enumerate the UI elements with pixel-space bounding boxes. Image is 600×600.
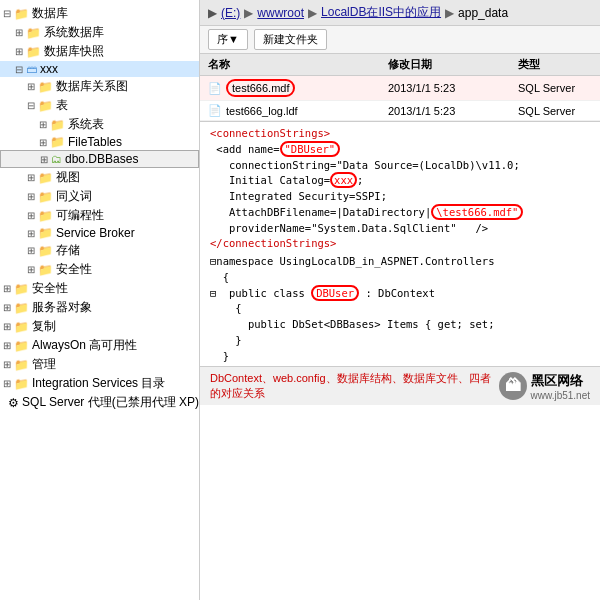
tree-item-6[interactable]: ⊞📁系统表	[0, 115, 199, 134]
tree-item-0[interactable]: ⊟📁数据库	[0, 4, 199, 23]
expand-icon-14[interactable]: ⊞	[26, 264, 36, 275]
expand-icon-1[interactable]: ⊞	[14, 27, 24, 38]
ns-line-1: ⊟namespace UsingLocalDB_in_ASPNET.Contro…	[210, 254, 590, 270]
file-date-1: 2013/1/1 5:23	[388, 82, 518, 94]
expand-icon-12[interactable]: ⊞	[26, 228, 36, 239]
tree-label-2: 数据库快照	[44, 43, 104, 60]
breadcrumb-bar: ▶ (E:) ▶ wwwroot ▶ LocalDB在IIS中的应用 ▶ app…	[200, 0, 600, 26]
breadcrumb-sep-2: ▶	[308, 6, 317, 20]
tree-item-14[interactable]: ⊞📁安全性	[0, 260, 199, 279]
tree-item-2[interactable]: ⊞📁数据库快照	[0, 42, 199, 61]
item-icon-6: 📁	[50, 118, 65, 132]
code-line-4: Initial Catalog=xxx;	[210, 173, 590, 189]
tree-item-13[interactable]: ⊞📁存储	[0, 241, 199, 260]
item-icon-18: 📁	[14, 339, 29, 353]
file-list-header: 名称 修改日期 类型	[200, 54, 600, 76]
tree-item-9[interactable]: ⊞📁视图	[0, 168, 199, 187]
expand-icon-10[interactable]: ⊞	[26, 191, 36, 202]
tree-label-16: 服务器对象	[32, 299, 92, 316]
tree-item-3[interactable]: ⊟🗃xxx	[0, 61, 199, 77]
expand-icon-20[interactable]: ⊞	[2, 378, 12, 389]
tree-item-4[interactable]: ⊞📁数据库关系图	[0, 77, 199, 96]
expand-icon-16[interactable]: ⊞	[2, 302, 12, 313]
expand-icon-13[interactable]: ⊞	[26, 245, 36, 256]
logo-site: 黑区网络	[531, 372, 590, 390]
expand-icon-4[interactable]: ⊞	[26, 81, 36, 92]
tree-item-11[interactable]: ⊞📁可编程性	[0, 206, 199, 225]
logo-url: www.jb51.net	[531, 390, 590, 401]
item-icon-10: 📁	[38, 190, 53, 204]
tree-item-19[interactable]: ⊞📁管理	[0, 355, 199, 374]
tree-label-8: dbo.DBBases	[65, 152, 138, 166]
ns-line-3: ⊟ public class DBUser : DbContext	[210, 286, 590, 302]
tree-item-10[interactable]: ⊞📁同义词	[0, 187, 199, 206]
tree-item-20[interactable]: ⊞📁Integration Services 目录	[0, 374, 199, 393]
breadcrumb-part-2[interactable]: wwwroot	[257, 6, 304, 20]
tree-label-19: 管理	[32, 356, 56, 373]
expand-icon-3[interactable]: ⊟	[14, 64, 24, 75]
tree-item-7[interactable]: ⊞📁FileTables	[0, 134, 199, 150]
expand-icon-2[interactable]: ⊞	[14, 46, 24, 57]
code-line-6: AttachDBFilename=|DataDirectory|\test666…	[210, 205, 590, 221]
tree-item-1[interactable]: ⊞📁系统数据库	[0, 23, 199, 42]
expand-icon-7[interactable]: ⊞	[38, 137, 48, 148]
logo-icon: 🏔	[499, 372, 527, 400]
expand-icon-17[interactable]: ⊞	[2, 321, 12, 332]
file-row-2[interactable]: 📄 test666_log.ldf 2013/1/1 5:23 SQL Serv…	[200, 101, 600, 121]
breadcrumb-part-1[interactable]: (E:)	[221, 6, 240, 20]
code-line-8: </connectionStrings>	[210, 236, 590, 252]
tree-label-4: 数据库关系图	[56, 78, 128, 95]
breadcrumb-part: ▶	[208, 6, 217, 20]
breadcrumb-part-4: app_data	[458, 6, 508, 20]
tree-item-8[interactable]: ⊞🗂dbo.DBBases	[0, 150, 199, 168]
sort-button[interactable]: 序▼	[208, 29, 248, 50]
logo-text: 黑区网络 www.jb51.net	[531, 372, 590, 401]
file-type-2: SQL Server	[518, 105, 592, 117]
tree-label-3: xxx	[40, 62, 58, 76]
ns-line-7: }	[210, 349, 590, 365]
new-folder-button[interactable]: 新建文件夹	[254, 29, 327, 50]
file-list: 名称 修改日期 类型 📄 test666.mdf 2013/1/1 5:23 S…	[200, 54, 600, 121]
code-line-2: <add name="DBUser"	[210, 142, 590, 158]
item-icon-2: 📁	[26, 45, 41, 59]
tree-label-15: 安全性	[32, 280, 68, 297]
col-date: 修改日期	[388, 57, 518, 72]
right-panel: ▶ (E:) ▶ wwwroot ▶ LocalDB在IIS中的应用 ▶ app…	[200, 0, 600, 600]
file-name-2: 📄 test666_log.ldf	[208, 104, 388, 117]
tree-label-10: 同义词	[56, 188, 92, 205]
breadcrumb-part-3[interactable]: LocalDB在IIS中的应用	[321, 4, 441, 21]
expand-icon-5[interactable]: ⊟	[26, 100, 36, 111]
ns-line-2: {	[210, 270, 590, 286]
ns-line-4: {	[210, 301, 590, 317]
code-line-7: providerName="System.Data.SqlClient" />	[210, 221, 590, 237]
expand-icon-11[interactable]: ⊞	[26, 210, 36, 221]
item-icon-16: 📁	[14, 301, 29, 315]
tree-label-5: 表	[56, 97, 68, 114]
expand-icon-0[interactable]: ⊟	[2, 8, 12, 19]
tree-label-6: 系统表	[68, 116, 104, 133]
col-type: 类型	[518, 57, 592, 72]
file-row-1[interactable]: 📄 test666.mdf 2013/1/1 5:23 SQL Server	[200, 76, 600, 101]
tree-item-16[interactable]: ⊞📁服务器对象	[0, 298, 199, 317]
tree-item-18[interactable]: ⊞📁AlwaysOn 高可用性	[0, 336, 199, 355]
code-line-3: connectionString="Data Source=(LocalDb)\…	[210, 158, 590, 174]
expand-icon-19[interactable]: ⊞	[2, 359, 12, 370]
file-explorer: ▶ (E:) ▶ wwwroot ▶ LocalDB在IIS中的应用 ▶ app…	[200, 0, 600, 122]
tree-item-5[interactable]: ⊟📁表	[0, 96, 199, 115]
tree-item-17[interactable]: ⊞📁复制	[0, 317, 199, 336]
expand-icon-9[interactable]: ⊞	[26, 172, 36, 183]
expand-icon-18[interactable]: ⊞	[2, 340, 12, 351]
tree-item-12[interactable]: ⊞📁Service Broker	[0, 225, 199, 241]
tree-label-1: 系统数据库	[44, 24, 104, 41]
expand-icon-8[interactable]: ⊞	[39, 154, 49, 165]
file-type-1: SQL Server	[518, 82, 592, 94]
watermark-bar: DbContext、web.config、数据库结构、数据库文件、四者的对应关系…	[200, 366, 600, 405]
item-icon-20: 📁	[14, 377, 29, 391]
tree-label-12: Service Broker	[56, 226, 135, 240]
ns-line-6: }	[210, 333, 590, 349]
expand-icon-15[interactable]: ⊞	[2, 283, 12, 294]
tree-item-21[interactable]: ⚙SQL Server 代理(已禁用代理 XP)	[0, 393, 199, 412]
namespace-code-area: ⊟namespace UsingLocalDB_in_ASPNET.Contro…	[200, 252, 600, 366]
expand-icon-6[interactable]: ⊞	[38, 119, 48, 130]
tree-item-15[interactable]: ⊞📁安全性	[0, 279, 199, 298]
